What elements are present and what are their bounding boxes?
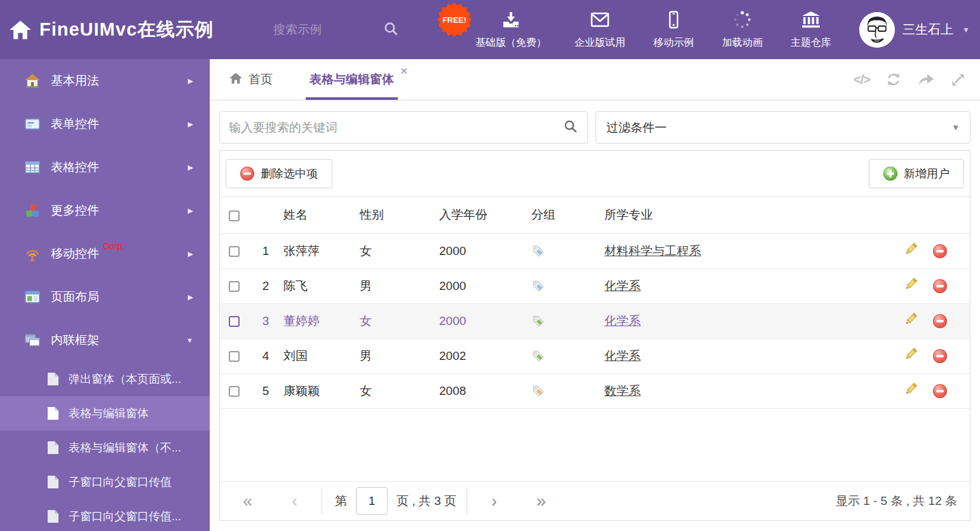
table-row[interactable]: 5 康颖颖 女 2008 数学系	[220, 373, 970, 408]
table-header-row: 姓名 性别 入学年份 分组 所学专业	[220, 197, 970, 233]
major-link[interactable]: 化学系	[604, 314, 641, 328]
row-number: 1	[248, 233, 283, 268]
nav-item-loading-animation[interactable]: 加载动画	[708, 0, 777, 59]
table-row[interactable]: 2 陈飞 男 2000 化学系	[220, 268, 970, 303]
tag-icon	[531, 384, 545, 398]
sidebar-subitem-popup-window[interactable]: 弹出窗体（本页面或...	[0, 362, 210, 396]
cell-name: 陈飞	[283, 268, 360, 303]
nav-item-mobile-demo[interactable]: 移动示例	[639, 0, 708, 59]
sidebar-subitem-child-to-parent-2[interactable]: 子窗口向父窗口传值...	[0, 499, 210, 531]
cubes-icon	[24, 202, 41, 219]
sidebar-subitem-child-to-parent[interactable]: 子窗口向父窗口传值	[0, 465, 210, 499]
expand-icon[interactable]	[950, 72, 966, 88]
column-header-major[interactable]: 所学专业	[604, 197, 789, 233]
page-content: 过滤条件一 ▼ 删除选中项 新增用户	[210, 100, 980, 521]
edit-pencil-icon[interactable]	[904, 242, 918, 259]
delete-row-icon[interactable]	[933, 384, 947, 398]
sidebar-item-more-controls[interactable]: 更多控件 ▶	[0, 189, 210, 232]
sidebar-subitem-grid-edit-window-2[interactable]: 表格与编辑窗体（不...	[0, 431, 210, 465]
sidebar-item-mobile-controls[interactable]: 移动控件 Corp. ▶	[0, 232, 210, 275]
cell-gender: 女	[360, 303, 439, 338]
filter-dropdown[interactable]: 过滤条件一 ▼	[595, 111, 970, 144]
last-page-button[interactable]: »	[536, 493, 546, 510]
column-header-group[interactable]: 分组	[531, 197, 604, 233]
column-header-gender[interactable]: 性别	[360, 197, 439, 233]
edit-pencil-icon[interactable]	[904, 382, 918, 399]
top-search	[273, 0, 369, 59]
envelope-icon	[590, 10, 610, 32]
row-checkbox[interactable]	[229, 246, 240, 257]
sidebar-item-page-layout[interactable]: 页面布局 ▶	[0, 275, 210, 319]
cell-group	[531, 373, 604, 408]
edit-pencil-icon[interactable]	[904, 312, 918, 329]
tab-grid-edit-window[interactable]: 表格与编辑窗体 ✕	[306, 59, 398, 100]
first-page-button[interactable]: «	[243, 493, 252, 510]
next-page-button[interactable]: ›	[491, 493, 497, 510]
table-icon	[24, 159, 41, 176]
top-search-input[interactable]	[273, 23, 369, 37]
page-number-input[interactable]	[356, 487, 388, 515]
sidebar-subitem-grid-edit-window[interactable]: 表格与编辑窗体	[0, 396, 210, 431]
row-number: 5	[248, 373, 283, 408]
tab-toolbar: </>	[854, 59, 980, 100]
keyword-search-box	[219, 111, 588, 144]
cell-year: 2002	[439, 338, 531, 373]
tag-icon	[531, 314, 545, 328]
logo[interactable]: FineUIMvc在线示例	[0, 17, 214, 43]
chevron-down-icon: ▼	[951, 123, 960, 132]
sidebar-item-form-controls[interactable]: 表单控件 ▶	[0, 102, 210, 146]
sidebar-item-label: 页面布局	[51, 289, 99, 305]
major-link[interactable]: 化学系	[604, 279, 641, 293]
major-link[interactable]: 化学系	[604, 349, 641, 362]
home-icon	[24, 72, 41, 89]
keyword-search-input[interactable]	[229, 121, 563, 135]
table-row-selected[interactable]: 3 董婷婷 女 2000 化学系	[220, 303, 970, 338]
nav-item-basic-edition[interactable]: 基础版（免费）	[461, 0, 561, 59]
refresh-icon[interactable]	[885, 71, 902, 88]
sidebar-item-label: 基本用法	[51, 72, 99, 89]
tab-home[interactable]: 首页	[229, 59, 273, 100]
layout-icon	[24, 289, 41, 305]
mobile-icon	[664, 10, 683, 32]
cell-name: 张萍萍	[283, 233, 360, 268]
select-all-checkbox[interactable]	[229, 210, 240, 221]
delete-row-icon[interactable]	[933, 314, 947, 328]
column-header-year[interactable]: 入学年份	[439, 197, 531, 233]
nav-item-theme-repo[interactable]: 主题仓库	[777, 0, 845, 59]
user-table: 姓名 性别 入学年份 分组 所学专业 1 张萍萍	[220, 197, 970, 409]
row-checkbox[interactable]	[229, 316, 240, 327]
delete-row-icon[interactable]	[933, 279, 947, 293]
major-link[interactable]: 数学系	[604, 384, 641, 397]
user-menu[interactable]: 三生石上 ▼	[859, 0, 970, 59]
home-icon	[229, 72, 243, 88]
search-icon[interactable]	[383, 20, 399, 39]
tab-bar: 首页 表格与编辑窗体 ✕ </>	[210, 59, 980, 100]
table-row[interactable]: 4 刘国 男 2002 化学系	[220, 338, 970, 373]
sidebar-item-grid-controls[interactable]: 表格控件 ▶	[0, 146, 210, 189]
delete-selected-button[interactable]: 删除选中项	[226, 159, 332, 188]
table-row[interactable]: 1 张萍萍 女 2000 材料科学与工程系	[220, 233, 970, 268]
close-icon[interactable]: ✕	[400, 66, 408, 77]
sidebar-item-iframe[interactable]: 内联框架 ▼	[0, 319, 210, 362]
code-icon[interactable]: </>	[854, 72, 870, 87]
row-checkbox[interactable]	[229, 386, 240, 397]
delete-row-icon[interactable]	[933, 244, 947, 258]
search-icon[interactable]	[563, 119, 578, 137]
top-nav: 基础版（免费） 企业版试用 移动示例	[461, 0, 845, 59]
column-header-name[interactable]: 姓名	[283, 197, 360, 233]
nav-item-enterprise-trial[interactable]: 企业版试用	[561, 0, 639, 59]
major-link[interactable]: 材料科学与工程系	[604, 244, 701, 258]
edit-pencil-icon[interactable]	[904, 347, 918, 364]
row-checkbox[interactable]	[229, 281, 240, 292]
spinner-icon	[733, 10, 752, 32]
sidebar-item-basic-usage[interactable]: 基本用法 ▶	[0, 59, 210, 102]
row-checkbox[interactable]	[229, 351, 240, 362]
edit-pencil-icon[interactable]	[904, 277, 918, 294]
share-icon[interactable]	[917, 72, 935, 87]
sidebar: 基本用法 ▶ 表单控件 ▶ 表格控件 ▶ 更多控件 ▶	[0, 59, 210, 531]
add-user-button[interactable]: 新增用户	[869, 159, 964, 188]
tag-icon	[531, 349, 545, 363]
prev-page-button[interactable]: ‹	[292, 493, 297, 510]
chevron-right-icon: ▶	[188, 207, 193, 215]
delete-row-icon[interactable]	[933, 349, 947, 363]
